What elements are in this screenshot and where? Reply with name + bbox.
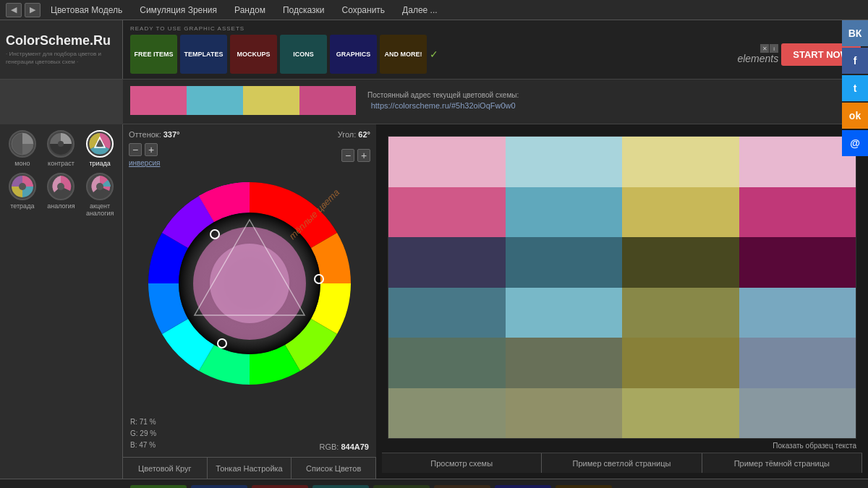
svg-point-7 (19, 183, 26, 190)
ad-bottom-textures[interactable]: TEXTURES (434, 485, 490, 489)
svg-point-11 (96, 183, 103, 190)
nav-hints[interactable]: Подсказки (276, 4, 332, 17)
swatch-2[interactable] (187, 86, 243, 115)
ad-icons[interactable]: ICONS (280, 35, 327, 74)
ad-more[interactable]: AND MORE! (380, 35, 427, 74)
ad-bottom-free[interactable]: FREE ITEMS (130, 485, 187, 489)
site-logo: ColorScheme.Ru (6, 33, 116, 48)
swatch-4[interactable] (299, 86, 356, 115)
ad-bottom-more[interactable]: AND MORE! (556, 485, 612, 489)
color-cell-5-3[interactable] (739, 388, 856, 439)
color-grid (388, 136, 856, 439)
show-text-link[interactable]: Показать образец текста (773, 442, 856, 450)
elements-logo: elements (737, 53, 778, 64)
color-cell-4-0[interactable] (388, 338, 506, 388)
ad-bottom-vectors[interactable]: VECTORS (373, 485, 430, 489)
color-cell-3-3[interactable] (739, 288, 856, 338)
scheme-accent-icon (86, 173, 114, 200)
ad-bottom-graphics[interactable]: GRAPHICS (495, 485, 551, 489)
color-cell-4-2[interactable] (622, 338, 739, 388)
scheme-accent[interactable]: акцент аналогия (83, 173, 116, 217)
scheme-mono[interactable]: моно (6, 130, 39, 167)
color-cell-3-2[interactable] (622, 288, 739, 338)
nav-more[interactable]: Далее ... (395, 4, 445, 17)
preview-panel: Показать образец текста Просмотр схемы П… (376, 124, 868, 479)
scheme-contrast[interactable]: контраст (45, 130, 78, 167)
nav-vision-sim[interactable]: Симуляция Зрения (132, 4, 224, 17)
scheme-triada-icon (86, 130, 114, 158)
scheme-accent-label: акцент аналогия (86, 202, 114, 217)
scheme-triada[interactable]: триада (83, 130, 116, 167)
ad-bottom-icons[interactable]: ICONS (312, 485, 369, 489)
inversion-link[interactable]: инверсия (129, 159, 160, 167)
social-tw-button[interactable]: t (842, 75, 868, 101)
rgb-hex-label: RGB: (319, 442, 339, 451)
rgb-info: R: 71 % G: 29 % B: 47 % (130, 416, 156, 451)
color-cell-1-3[interactable] (739, 187, 856, 238)
angle-decrease-button[interactable]: − (341, 149, 354, 162)
ad-mockups[interactable]: MOCKUPS (230, 35, 277, 74)
hue-increase-button[interactable]: + (145, 143, 158, 156)
angle-increase-button[interactable]: + (357, 149, 370, 162)
scheme-mono-label: моно (14, 160, 30, 167)
top-nav: ◀ ▶ Цветовая Модель Симуляция Зрения Ран… (0, 0, 868, 20)
ad-bottom-mockups[interactable]: MOCKUPS (252, 485, 308, 489)
ad-bottom-templates[interactable]: TEMPLATES (191, 485, 247, 489)
social-ok-button[interactable]: ok (842, 103, 868, 129)
tab-preview-scheme[interactable]: Просмотр схемы (382, 453, 542, 473)
scheme-analogia-icon (47, 173, 75, 200)
tab-color-list[interactable]: Список Цветов (292, 458, 376, 479)
color-cell-5-1[interactable] (506, 388, 623, 439)
swatch-1[interactable] (130, 86, 187, 115)
scheme-grid: моно контраст (6, 130, 116, 217)
svg-point-15 (210, 244, 289, 323)
tab-color-wheel[interactable]: Цветовой Круг (123, 458, 208, 479)
nav-random[interactable]: Рандом (227, 4, 273, 17)
color-cell-5-2[interactable] (622, 388, 739, 439)
ad-close-icon[interactable]: ✕ (760, 44, 769, 53)
color-cell-2-2[interactable] (622, 237, 739, 288)
scheme-tetrada[interactable]: тетрада (6, 173, 39, 217)
ad-info-icon[interactable]: i (770, 44, 778, 53)
wheel-controls: − + инверсия − + (129, 143, 370, 167)
ad-templates[interactable]: TEMPLATES (180, 35, 227, 74)
color-cell-3-1[interactable] (506, 288, 623, 338)
color-cell-2-0[interactable] (388, 237, 506, 288)
social-fb-button[interactable]: f (842, 48, 868, 74)
color-cell-2-3[interactable] (739, 237, 856, 288)
color-cell-4-3[interactable] (739, 338, 856, 388)
checkmark-icon: ✓ (430, 48, 438, 60)
color-cell-0-2[interactable] (622, 137, 739, 187)
scheme-tetrada-icon (9, 173, 36, 200)
tab-fine-tuning[interactable]: Тонкая Настройка (208, 458, 292, 479)
nav-color-model[interactable]: Цветовая Модель (43, 4, 129, 17)
rgb-hex-display: RGB: 844A79 (319, 442, 369, 451)
color-cell-4-1[interactable] (506, 338, 623, 388)
swatch-3[interactable] (243, 86, 299, 115)
hue-decrease-button[interactable]: − (129, 143, 142, 156)
social-vk-button[interactable]: ВК (842, 20, 868, 46)
back-button[interactable]: ◀ (6, 3, 22, 17)
color-cell-5-0[interactable] (388, 388, 506, 439)
tab-light-page[interactable]: Пример светлой страницы (542, 453, 702, 473)
color-cell-2-1[interactable] (506, 237, 623, 288)
scheme-triada-label: триада (89, 160, 110, 167)
color-cell-0-1[interactable] (506, 137, 623, 187)
tab-dark-page[interactable]: Пример тёмной страницы (702, 453, 862, 473)
color-cell-3-0[interactable] (388, 288, 506, 338)
forward-button[interactable]: ▶ (25, 3, 41, 17)
color-cell-1-0[interactable] (388, 187, 506, 238)
color-wheel-container[interactable]: тёплые цвета тёплые цвета холодные цвета (137, 171, 362, 395)
ad-graphics[interactable]: GRAPHICS (330, 35, 377, 74)
perm-link-url[interactable]: https://colorscheme.ru/#5h32oiOqFw0w0 (371, 101, 516, 110)
color-cell-0-3[interactable] (739, 137, 856, 187)
nav-save[interactable]: Сохранить (334, 4, 392, 17)
ad-free-items[interactable]: FREE ITEMS (130, 35, 177, 74)
rgb-b: B: 47 % (130, 440, 156, 451)
color-cell-1-2[interactable] (622, 187, 739, 238)
color-cell-1-1[interactable] (506, 187, 623, 238)
scheme-analogia[interactable]: аналогия (45, 173, 78, 217)
social-mail-button[interactable]: @ (842, 130, 868, 156)
color-cell-0-0[interactable] (388, 137, 506, 187)
svg-point-2 (58, 141, 64, 147)
